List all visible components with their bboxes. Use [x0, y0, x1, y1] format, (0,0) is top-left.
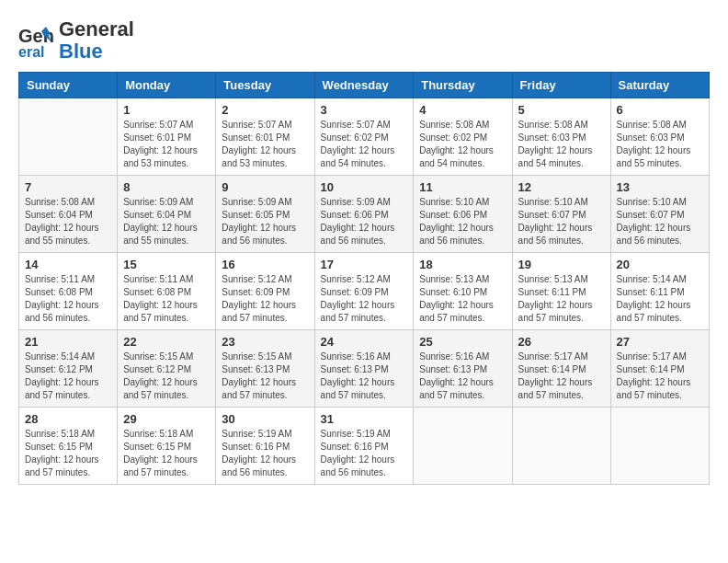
calendar-cell: 22Sunrise: 5:15 AMSunset: 6:12 PMDayligh…	[118, 330, 216, 408]
day-number: 23	[222, 335, 308, 349]
calendar-cell: 2Sunrise: 5:07 AMSunset: 6:01 PMDaylight…	[216, 98, 314, 176]
day-number: 25	[419, 335, 506, 349]
day-number: 4	[419, 103, 506, 117]
day-number: 7	[25, 180, 111, 194]
day-info: Sunrise: 5:08 AMSunset: 6:03 PMDaylight:…	[518, 119, 605, 170]
day-info: Sunrise: 5:18 AMSunset: 6:15 PMDaylight:…	[25, 428, 111, 479]
day-info: Sunrise: 5:16 AMSunset: 6:13 PMDaylight:…	[321, 350, 408, 402]
day-number: 1	[123, 103, 210, 117]
day-info: Sunrise: 5:15 AMSunset: 6:13 PMDaylight:…	[222, 350, 308, 402]
day-info: Sunrise: 5:14 AMSunset: 6:11 PMDaylight:…	[617, 273, 703, 325]
weekday-header: Wednesday	[314, 73, 414, 98]
calendar-cell: 8Sunrise: 5:09 AMSunset: 6:04 PMDaylight…	[118, 176, 216, 253]
day-number: 9	[222, 180, 308, 194]
calendar-cell: 27Sunrise: 5:17 AMSunset: 6:14 PMDayligh…	[610, 330, 709, 408]
day-number: 13	[617, 180, 703, 194]
day-number: 31	[321, 412, 408, 426]
day-number: 26	[518, 335, 605, 349]
day-number: 17	[321, 258, 408, 271]
day-number: 14	[25, 258, 111, 271]
day-info: Sunrise: 5:09 AMSunset: 6:05 PMDaylight:…	[222, 196, 308, 247]
calendar-cell: 14Sunrise: 5:11 AMSunset: 6:08 PMDayligh…	[19, 253, 118, 330]
calendar-cell: 28Sunrise: 5:18 AMSunset: 6:15 PMDayligh…	[19, 408, 118, 485]
day-number: 27	[617, 335, 703, 349]
day-info: Sunrise: 5:19 AMSunset: 6:16 PMDaylight:…	[222, 428, 308, 479]
day-number: 21	[25, 335, 111, 349]
weekday-header: Saturday	[610, 73, 709, 98]
day-info: Sunrise: 5:12 AMSunset: 6:09 PMDaylight:…	[321, 273, 408, 325]
day-number: 19	[518, 258, 605, 271]
day-info: Sunrise: 5:07 AMSunset: 6:02 PMDaylight:…	[321, 119, 408, 170]
weekday-header: Monday	[118, 73, 216, 98]
day-number: 29	[123, 412, 210, 426]
day-number: 3	[321, 103, 408, 117]
calendar-cell: 25Sunrise: 5:16 AMSunset: 6:13 PMDayligh…	[414, 330, 512, 408]
calendar-cell: 4Sunrise: 5:08 AMSunset: 6:02 PMDaylight…	[414, 98, 512, 176]
calendar-cell: 18Sunrise: 5:13 AMSunset: 6:10 PMDayligh…	[414, 253, 512, 330]
day-info: Sunrise: 5:08 AMSunset: 6:04 PMDaylight:…	[25, 196, 111, 247]
day-info: Sunrise: 5:07 AMSunset: 6:01 PMDaylight:…	[222, 119, 308, 170]
day-info: Sunrise: 5:10 AMSunset: 6:06 PMDaylight:…	[419, 196, 506, 247]
calendar-cell: 13Sunrise: 5:10 AMSunset: 6:07 PMDayligh…	[610, 176, 709, 253]
day-info: Sunrise: 5:18 AMSunset: 6:15 PMDaylight:…	[123, 428, 210, 479]
calendar-cell: 1Sunrise: 5:07 AMSunset: 6:01 PMDaylight…	[118, 98, 216, 176]
calendar-cell: 24Sunrise: 5:16 AMSunset: 6:13 PMDayligh…	[314, 330, 414, 408]
calendar-cell: 6Sunrise: 5:08 AMSunset: 6:03 PMDaylight…	[610, 98, 709, 176]
day-number: 24	[321, 335, 408, 349]
day-number: 5	[518, 103, 605, 117]
weekday-header: Tuesday	[216, 73, 314, 98]
day-info: Sunrise: 5:07 AMSunset: 6:01 PMDaylight:…	[123, 119, 210, 170]
calendar-cell: 9Sunrise: 5:09 AMSunset: 6:05 PMDaylight…	[216, 176, 314, 253]
calendar-cell: 19Sunrise: 5:13 AMSunset: 6:11 PMDayligh…	[512, 253, 610, 330]
calendar-cell	[610, 408, 709, 485]
day-info: Sunrise: 5:10 AMSunset: 6:07 PMDaylight:…	[617, 196, 703, 247]
calendar-cell: 23Sunrise: 5:15 AMSunset: 6:13 PMDayligh…	[216, 330, 314, 408]
weekday-header: Sunday	[19, 73, 118, 98]
calendar-cell: 31Sunrise: 5:19 AMSunset: 6:16 PMDayligh…	[314, 408, 414, 485]
day-info: Sunrise: 5:13 AMSunset: 6:11 PMDaylight:…	[518, 273, 605, 325]
calendar-table: SundayMondayTuesdayWednesdayThursdayFrid…	[18, 72, 710, 485]
day-info: Sunrise: 5:19 AMSunset: 6:16 PMDaylight:…	[321, 428, 408, 479]
day-number: 15	[123, 258, 210, 271]
logo: Gen eral General Blue	[18, 18, 134, 63]
day-number: 6	[617, 103, 703, 117]
page-header: Gen eral General Blue	[18, 18, 710, 63]
day-number: 28	[25, 412, 111, 426]
calendar-cell: 5Sunrise: 5:08 AMSunset: 6:03 PMDaylight…	[512, 98, 610, 176]
day-info: Sunrise: 5:09 AMSunset: 6:06 PMDaylight:…	[321, 196, 408, 247]
weekday-header: Friday	[512, 73, 610, 98]
day-info: Sunrise: 5:13 AMSunset: 6:10 PMDaylight:…	[419, 273, 506, 325]
day-info: Sunrise: 5:08 AMSunset: 6:02 PMDaylight:…	[419, 119, 506, 170]
day-number: 22	[123, 335, 210, 349]
calendar-week-row: 14Sunrise: 5:11 AMSunset: 6:08 PMDayligh…	[19, 253, 710, 330]
day-number: 16	[222, 258, 308, 271]
logo-name: General Blue	[59, 18, 134, 63]
day-number: 2	[222, 103, 308, 117]
calendar-week-row: 7Sunrise: 5:08 AMSunset: 6:04 PMDaylight…	[19, 176, 710, 253]
day-number: 8	[123, 180, 210, 194]
calendar-cell: 16Sunrise: 5:12 AMSunset: 6:09 PMDayligh…	[216, 253, 314, 330]
day-number: 11	[419, 180, 506, 194]
day-info: Sunrise: 5:17 AMSunset: 6:14 PMDaylight:…	[617, 350, 703, 402]
calendar-cell	[512, 408, 610, 485]
calendar-cell: 29Sunrise: 5:18 AMSunset: 6:15 PMDayligh…	[118, 408, 216, 485]
calendar-cell: 3Sunrise: 5:07 AMSunset: 6:02 PMDaylight…	[314, 98, 414, 176]
calendar-cell: 11Sunrise: 5:10 AMSunset: 6:06 PMDayligh…	[414, 176, 512, 253]
logo-icon: Gen eral	[18, 22, 55, 59]
svg-text:eral: eral	[18, 44, 44, 59]
weekday-header: Thursday	[414, 73, 512, 98]
day-info: Sunrise: 5:15 AMSunset: 6:12 PMDaylight:…	[123, 350, 210, 402]
calendar-cell	[19, 98, 118, 176]
calendar-cell: 17Sunrise: 5:12 AMSunset: 6:09 PMDayligh…	[314, 253, 414, 330]
calendar-cell: 30Sunrise: 5:19 AMSunset: 6:16 PMDayligh…	[216, 408, 314, 485]
day-info: Sunrise: 5:09 AMSunset: 6:04 PMDaylight:…	[123, 196, 210, 247]
calendar-week-row: 21Sunrise: 5:14 AMSunset: 6:12 PMDayligh…	[19, 330, 710, 408]
calendar-cell: 20Sunrise: 5:14 AMSunset: 6:11 PMDayligh…	[610, 253, 709, 330]
calendar-cell: 10Sunrise: 5:09 AMSunset: 6:06 PMDayligh…	[314, 176, 414, 253]
calendar-cell: 7Sunrise: 5:08 AMSunset: 6:04 PMDaylight…	[19, 176, 118, 253]
calendar-header-row: SundayMondayTuesdayWednesdayThursdayFrid…	[19, 73, 710, 98]
day-info: Sunrise: 5:14 AMSunset: 6:12 PMDaylight:…	[25, 350, 111, 402]
day-info: Sunrise: 5:10 AMSunset: 6:07 PMDaylight:…	[518, 196, 605, 247]
calendar-week-row: 1Sunrise: 5:07 AMSunset: 6:01 PMDaylight…	[19, 98, 710, 176]
day-info: Sunrise: 5:16 AMSunset: 6:13 PMDaylight:…	[419, 350, 506, 402]
